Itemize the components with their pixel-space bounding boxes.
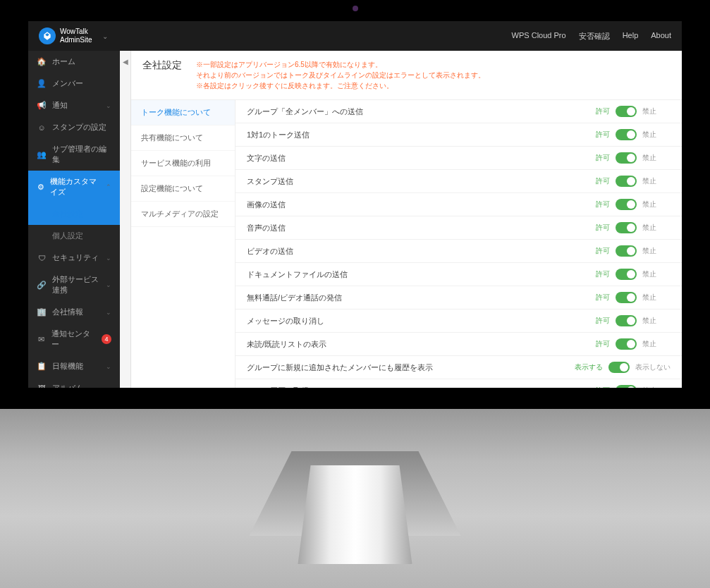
setting-label: ドキュメントファイルの送信 bbox=[247, 269, 582, 280]
toggle-wrap: 許可禁止 bbox=[582, 152, 671, 164]
sidebar-item-company-info[interactable]: 🏢 会社情報 ⌄ bbox=[28, 301, 120, 323]
company-icon: 🏢 bbox=[37, 307, 47, 317]
toggle-on-label: 許可 bbox=[582, 106, 610, 116]
sidebar-sub-company[interactable]: 全社設定 bbox=[28, 203, 120, 225]
setting-label: ビデオの送信 bbox=[247, 246, 582, 257]
collapse-sidebar-button[interactable]: ◀ bbox=[120, 51, 131, 388]
topbar: WowTalk AdminSite ⌄ WPS Cloud Pro 安否確認 H… bbox=[28, 21, 682, 51]
tab-multimedia[interactable]: マルチメディアの設定 bbox=[131, 202, 235, 227]
setting-label: 画像の送信 bbox=[247, 200, 582, 210]
sidebar-item-report[interactable]: 📋 日報機能 ⌄ bbox=[28, 355, 120, 377]
toggle-switch[interactable] bbox=[616, 385, 637, 388]
toggle-wrap: 許可禁止 bbox=[582, 315, 671, 326]
toggle-off-label: 禁止 bbox=[642, 153, 671, 163]
tab-talk[interactable]: トーク機能について bbox=[131, 100, 235, 125]
bell-icon: 📢 bbox=[37, 101, 47, 111]
setting-label: 1対1のトーク送信 bbox=[247, 130, 582, 140]
setting-label: メッセージの取り消し bbox=[247, 316, 582, 326]
toggle-switch[interactable] bbox=[616, 292, 637, 303]
setting-row: 文字の送信許可禁止 bbox=[235, 147, 682, 170]
toggle-switch[interactable] bbox=[616, 315, 637, 326]
settings-list: グループ「全メンバー」への送信許可禁止1対1のトーク送信許可禁止文字の送信許可禁… bbox=[235, 100, 682, 388]
setting-label: グループ「全メンバー」への送信 bbox=[247, 106, 582, 117]
toggle-switch[interactable] bbox=[616, 106, 637, 117]
toggle-on-label: 許可 bbox=[582, 223, 610, 233]
toggle-on-label: 許可 bbox=[582, 130, 610, 140]
tab-settings[interactable]: 設定機能について bbox=[131, 176, 235, 202]
toggle-switch[interactable] bbox=[616, 245, 637, 257]
sidebar-item-external[interactable]: 🔗 外部サービス連携 ⌄ bbox=[28, 269, 120, 301]
setting-row: スタンプ送信許可禁止 bbox=[235, 170, 682, 193]
setting-row: ドキュメントファイルの送信許可禁止 bbox=[235, 263, 682, 286]
toggle-off-label: 禁止 bbox=[642, 106, 671, 116]
sidebar-item-customize[interactable]: ⚙ 機能カスタマイズ ⌃ bbox=[28, 171, 120, 203]
toggle-switch[interactable] bbox=[616, 338, 637, 350]
toggle-off-label: 禁止 bbox=[642, 246, 671, 256]
toggle-off-label: 禁止 bbox=[642, 293, 671, 302]
tab-list: トーク機能について 共有機能について サービス機能の利用 設定機能について マル… bbox=[131, 100, 235, 388]
chevron-down-icon: ⌄ bbox=[106, 309, 111, 316]
tab-service[interactable]: サービス機能の利用 bbox=[131, 151, 235, 176]
toggle-off-label: 禁止 bbox=[642, 269, 671, 279]
chevron-down-icon[interactable]: ⌄ bbox=[102, 32, 108, 40]
sidebar-item-label: メンバー bbox=[52, 78, 83, 89]
chevron-down-icon: ⌄ bbox=[106, 255, 111, 262]
setting-label: 文字の送信 bbox=[247, 153, 582, 164]
toggle-switch[interactable] bbox=[616, 199, 637, 210]
toggle-switch[interactable] bbox=[616, 152, 637, 164]
toggle-switch[interactable] bbox=[616, 129, 637, 140]
toggle-wrap: 許可禁止 bbox=[582, 245, 671, 257]
sidebar-sub-personal[interactable]: 個人設定 bbox=[28, 225, 120, 247]
sidebar-item-stamp[interactable]: ☺ スタンプの設定 bbox=[28, 116, 120, 138]
toggle-switch[interactable] bbox=[616, 176, 637, 187]
sidebar-item-notif-center[interactable]: ✉ 通知センター 4 bbox=[28, 323, 120, 355]
toggle-on-label: 許可 bbox=[582, 176, 610, 186]
toggle-wrap: 許可禁止 bbox=[582, 269, 671, 280]
toggle-wrap: 許可禁止 bbox=[582, 199, 671, 210]
sidebar-item-subadmin[interactable]: 👥 サブ管理者の編集 bbox=[28, 138, 120, 171]
toggle-off-label: 表示しない bbox=[635, 362, 671, 372]
sidebar-item-member[interactable]: 👤 メンバー bbox=[28, 73, 120, 94]
topbar-link-about[interactable]: About bbox=[651, 31, 671, 42]
sidebar-item-label: 日報機能 bbox=[52, 361, 83, 372]
setting-label: 無料通話/ビデオ通話の発信 bbox=[247, 293, 582, 303]
setting-label: 音声の送信 bbox=[247, 223, 582, 233]
toggle-switch[interactable] bbox=[616, 222, 637, 233]
logo-icon bbox=[39, 27, 56, 44]
sidebar-item-album[interactable]: 🖼 アルバム bbox=[28, 377, 120, 388]
topbar-link-safety[interactable]: 安否確認 bbox=[579, 31, 610, 42]
toggle-wrap: 表示する表示しない bbox=[575, 362, 671, 373]
page-title: 全社設定 bbox=[142, 59, 182, 72]
badge: 4 bbox=[102, 334, 111, 344]
setting-row: グループ「全メンバー」への送信許可禁止 bbox=[235, 100, 682, 123]
topbar-link-help[interactable]: Help bbox=[623, 31, 639, 42]
content-header: 全社設定 ※一部設定はアプリバージョン6.5以降で有効になります。 それより前の… bbox=[131, 51, 682, 100]
topbar-link-wps[interactable]: WPS Cloud Pro bbox=[512, 31, 566, 42]
toggle-on-label: 許可 bbox=[582, 339, 610, 349]
toggle-off-label: 禁止 bbox=[642, 176, 671, 186]
sidebar-item-security[interactable]: 🛡 セキュリティ ⌄ bbox=[28, 247, 120, 269]
sidebar-item-label: ホーム bbox=[52, 56, 75, 67]
tab-share[interactable]: 共有機能について bbox=[131, 125, 235, 151]
sidebar-item-notification[interactable]: 📢 通知 ⌄ bbox=[28, 94, 120, 116]
setting-row: 無料通話/ビデオ通話の発信許可禁止 bbox=[235, 286, 682, 310]
sidebar-item-home[interactable]: 🏠 ホーム bbox=[28, 51, 120, 73]
toggle-switch[interactable] bbox=[608, 362, 630, 373]
sidebar-item-label: 外部サービス連携 bbox=[52, 274, 100, 295]
toggle-on-label: 許可 bbox=[582, 200, 610, 209]
chevron-down-icon: ⌄ bbox=[106, 363, 111, 370]
toggle-wrap: 許可禁止 bbox=[582, 338, 671, 350]
setting-label: スタンプ送信 bbox=[247, 176, 582, 187]
toggle-off-label: 禁止 bbox=[642, 386, 671, 388]
setting-row: トーク履歴の取得許可禁止 bbox=[235, 379, 682, 388]
toggle-wrap: 許可禁止 bbox=[582, 385, 671, 388]
sidebar-item-label: 個人設定 bbox=[52, 231, 83, 241]
setting-row: メッセージの取り消し許可禁止 bbox=[235, 310, 682, 333]
sidebar-item-label: サブ管理者の編集 bbox=[52, 144, 111, 165]
report-icon: 📋 bbox=[37, 362, 47, 372]
toggle-on-label: 許可 bbox=[582, 316, 610, 326]
sidebar-item-label: アルバム bbox=[52, 383, 83, 388]
toggle-switch[interactable] bbox=[616, 269, 637, 280]
toggle-on-label: 許可 bbox=[582, 246, 610, 256]
logo[interactable]: WowTalk AdminSite ⌄ bbox=[39, 27, 108, 44]
